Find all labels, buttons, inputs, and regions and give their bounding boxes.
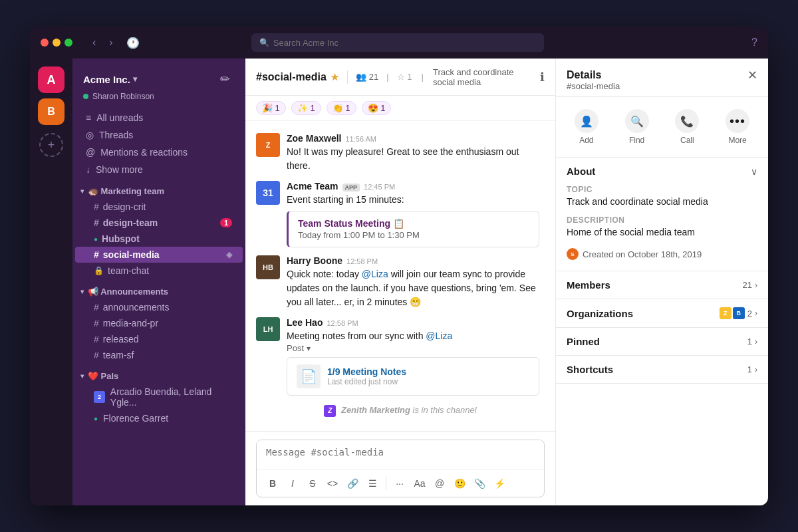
dm-florence[interactable]: ● Florence Garret: [75, 410, 243, 426]
details-action-call[interactable]: 📞 Call: [662, 105, 713, 149]
section-pals[interactable]: ▾ ❤️ Pals: [72, 363, 245, 384]
lightning-button[interactable]: ⚡: [490, 474, 509, 493]
org-chevron-icon: ›: [755, 309, 757, 318]
about-section-toggle[interactable]: About ∨: [556, 158, 768, 185]
threads-icon: ◎: [86, 130, 94, 140]
reaction-party[interactable]: 🎉 1: [256, 101, 286, 115]
main-layout: A B + Acme Inc. ▾ ✏ Sharon Robinson: [30, 59, 768, 505]
mention-button[interactable]: @: [430, 474, 449, 493]
details-actions: 👤 Add 🔍 Find 📞 Call ••• More: [556, 97, 768, 158]
emoji-button[interactable]: 🙂: [450, 474, 469, 493]
about-section: About ∨ Topic Track and coordinate socia…: [556, 158, 768, 271]
minimize-button[interactable]: [53, 39, 61, 47]
format-text-button[interactable]: Aa: [410, 474, 429, 493]
dm-arcadio[interactable]: 2 Arcadio Buendia, Leland Ygle...: [75, 384, 243, 410]
attach-button[interactable]: 📎: [470, 474, 489, 493]
back-button[interactable]: ‹: [88, 35, 100, 51]
sidebar-item-unreads[interactable]: ≡ All unreads: [75, 109, 243, 126]
compose-button[interactable]: ✏: [215, 69, 235, 89]
shortcuts-toggle[interactable]: Shortcuts 1 ›: [556, 356, 768, 383]
message-input-box: B I S <> 🔗 ☰ ··· Aa @ 🙂 📎 ⚡: [256, 440, 545, 497]
forward-button[interactable]: ›: [105, 35, 116, 51]
reaction-sparkles[interactable]: ✨ 1: [291, 101, 321, 115]
org-avatar-z: Z: [720, 307, 732, 319]
messages-list: Z Zoe Maxwell 11:56 AM No! It was my ple…: [245, 121, 555, 431]
hash-icon: #: [94, 350, 99, 360]
unreads-icon: ≡: [86, 112, 91, 123]
channel-design-crit[interactable]: # design-crit: [75, 199, 243, 215]
channel-team-chat[interactable]: 🔒 team-chat: [75, 263, 243, 279]
description-value: Home of the social media team: [567, 226, 757, 239]
maximize-button[interactable]: [65, 39, 72, 47]
format-italic-button[interactable]: I: [283, 474, 302, 493]
close-button[interactable]: [41, 39, 49, 47]
message-harry: HB Harry Boone 12:58 PM Quick note: toda…: [245, 251, 555, 313]
channel-title: #social-media ★: [256, 71, 339, 83]
message-input[interactable]: [257, 440, 544, 467]
workspace-chevron-icon: ▾: [133, 74, 137, 84]
hash-icon: #: [94, 249, 99, 260]
details-action-more[interactable]: ••• More: [712, 105, 763, 149]
file-card[interactable]: 📄 1/9 Meeting Notes Last edited just now: [287, 357, 539, 396]
details-title-group: Details #social-media: [567, 69, 620, 91]
pinned-chevron-icon: ›: [755, 337, 757, 346]
star-icon: ★: [331, 72, 339, 82]
search-input[interactable]: [273, 38, 536, 48]
about-topic: Topic Track and coordinate social media: [567, 185, 757, 209]
close-details-button[interactable]: ✕: [747, 69, 757, 81]
mention-liza[interactable]: @Liza: [362, 269, 388, 279]
pinned-section: Pinned 1 ›: [556, 328, 768, 356]
help-button[interactable]: ?: [751, 37, 757, 49]
sidebar-item-mentions[interactable]: @ Mentions & reactions: [75, 144, 243, 161]
divider-pipe2: |: [422, 72, 424, 82]
channel-hubspot[interactable]: ● Hubspot: [75, 231, 243, 247]
online-status-dot: [83, 94, 88, 99]
sidebar-item-threads[interactable]: ◎ Threads: [75, 126, 243, 144]
msg-body-zoe: Zoe Maxwell 11:56 AM No! It was my pleas…: [287, 133, 545, 173]
details-panel: Details #social-media ✕ 👤 Add 🔍 Find 📞 C…: [555, 59, 768, 505]
details-action-find[interactable]: 🔍 Find: [612, 105, 662, 149]
event-card[interactable]: Team Status Meeting 📋 Today from 1:00 PM…: [287, 211, 539, 247]
workspace-icon-acme[interactable]: A: [38, 66, 65, 93]
post-label-row: Post ▾: [287, 343, 545, 353]
call-icon: 📞: [675, 109, 699, 133]
mention-liza2[interactable]: @Liza: [426, 331, 452, 341]
pinned-toggle[interactable]: Pinned 1 ›: [556, 328, 768, 355]
format-code-button[interactable]: <>: [323, 474, 342, 493]
msg-text-zoe: No! It was my pleasure! Great to see the…: [287, 145, 545, 173]
channel-released[interactable]: # released: [75, 331, 243, 347]
avatar-harry: HB: [256, 255, 280, 279]
search-bar[interactable]: 🔍: [251, 33, 544, 52]
reaction-clap[interactable]: 👏 1: [327, 101, 356, 115]
channel-social-media[interactable]: # social-media ◈: [75, 247, 243, 263]
section-marketing[interactable]: ▾ 🦔 Marketing team: [72, 178, 245, 199]
details-action-add[interactable]: 👤 Add: [561, 105, 612, 149]
member-count: 👥 21: [356, 72, 378, 82]
organizations-toggle[interactable]: Organizations Z B 2 ›: [556, 299, 768, 327]
divider-pipe: |: [386, 72, 388, 82]
format-link-button[interactable]: 🔗: [343, 474, 362, 493]
message-input-area: B I S <> 🔗 ☰ ··· Aa @ 🙂 📎 ⚡: [245, 431, 555, 505]
sidebar-item-show-more[interactable]: ↓ Show more: [75, 161, 243, 178]
zenith-avatar: Z: [324, 405, 336, 417]
format-list-button[interactable]: ☰: [363, 474, 382, 493]
reaction-heart-eyes[interactable]: 😍 1: [362, 101, 392, 115]
members-toggle[interactable]: Members 21 ›: [556, 271, 768, 299]
info-button[interactable]: ℹ: [540, 70, 545, 84]
add-workspace-button[interactable]: +: [39, 133, 63, 157]
organizations-section: Organizations Z B 2 ›: [556, 299, 768, 328]
traffic-lights: [41, 39, 72, 47]
channel-team-sf[interactable]: # team-sf: [75, 347, 243, 363]
channel-announcements[interactable]: # announcements: [75, 299, 243, 315]
workspace-name[interactable]: Acme Inc. ▾: [83, 74, 137, 85]
avatar-zoe: Z: [256, 133, 280, 157]
section-announcements[interactable]: ▾ 📢 Announcements: [72, 279, 245, 299]
format-more-button[interactable]: ···: [390, 474, 409, 493]
channel-media-and-pr[interactable]: # media-and-pr: [75, 315, 243, 331]
workspace-icon-secondary[interactable]: B: [38, 98, 65, 125]
format-bold-button[interactable]: B: [263, 474, 282, 493]
history-button[interactable]: 🕐: [122, 35, 144, 51]
format-strike-button[interactable]: S: [303, 474, 322, 493]
reaction-bar: 🎉 1 ✨ 1 👏 1 😍 1: [245, 96, 555, 121]
channel-design-team[interactable]: # design-team 1: [75, 215, 243, 231]
